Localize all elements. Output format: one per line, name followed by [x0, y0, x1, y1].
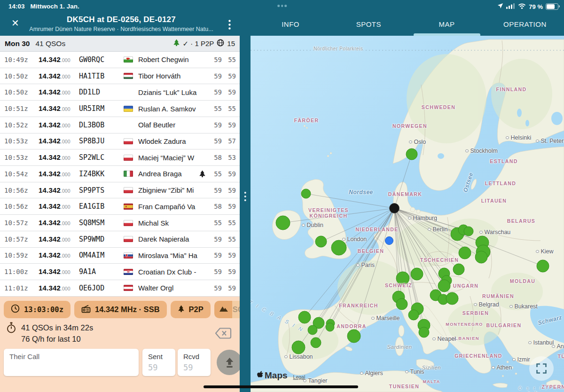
qso-map-dot[interactable] — [315, 236, 327, 247]
qso-frequency: 14.342.000 — [39, 72, 79, 80]
qso-map-dot[interactable] — [438, 280, 450, 292]
qso-map-dot[interactable] — [292, 341, 305, 354]
chip-freq-mode[interactable]: 14.342 MHz · SSB — [74, 301, 167, 318]
qso-row[interactable]: 10:59z14.342.000OM4AIMMiroslava “Mia” Ha… — [0, 248, 240, 264]
poland-flag-icon — [124, 236, 138, 242]
qso-map-dot[interactable] — [331, 240, 346, 255]
qso-row[interactable]: 10:54z14.342.000IZ4BKKAndrea Braga5559 — [0, 166, 240, 182]
qso-operator-name: Fran Campañó Va — [138, 203, 199, 211]
their-call-input[interactable] — [9, 353, 133, 361]
qso-map-dot[interactable] — [276, 216, 290, 230]
qso-rst-sent: 59 — [208, 268, 222, 275]
rcvd-label: Rcvd — [183, 353, 205, 361]
qso-row[interactable]: 10:56z14.342.000EA1GIBFran Campañó Va585… — [0, 198, 240, 215]
qso-callsign: IZ4BKK — [79, 170, 124, 178]
qso-frequency: 14.342.000 — [39, 251, 79, 259]
qso-operator-name: Robert Chegwin — [138, 55, 199, 63]
qso-row[interactable]: 10:56z14.342.000SP9PTSZbigniew “Zibi” Mi… — [0, 182, 240, 199]
spot-map-dot[interactable] — [385, 237, 393, 245]
qso-rst-rcvd: 59 — [222, 284, 236, 292]
qso-map-dot[interactable] — [301, 189, 311, 198]
chip-sota[interactable]: SOTA — [214, 301, 240, 318]
their-call-field[interactable] — [4, 349, 139, 376]
overflow-menu-button[interactable] — [226, 19, 234, 31]
tab-operation[interactable]: OPERATION — [486, 13, 564, 36]
station-map-dot[interactable] — [390, 204, 400, 213]
battery-icon — [546, 3, 558, 10]
qso-rst-rcvd: 59 — [222, 88, 236, 96]
poland-flag-icon — [124, 155, 138, 161]
tab-info[interactable]: INFO — [251, 13, 329, 36]
qso-row[interactable]: 10:50z14.342.000HA1TIBTibor Horváth5959 — [0, 68, 240, 85]
map-attribution: Maps Legal — [256, 370, 305, 381]
qso-time: 10:57z — [4, 219, 39, 227]
qso-callsign: GW0RQC — [79, 55, 124, 64]
legal-link[interactable]: Legal — [293, 374, 306, 380]
qso-row[interactable]: 10:51z14.342.000UR5IRMRuslan A. Samkov55… — [0, 101, 240, 117]
qso-row[interactable]: 11:00z14.342.0009A1ACroatian Dx Club -59… — [0, 264, 240, 280]
qso-map-dot[interactable] — [298, 311, 311, 323]
backspace-button[interactable] — [212, 327, 235, 341]
qso-map-dot[interactable] — [464, 227, 473, 236]
qso-map-dot[interactable] — [446, 292, 458, 305]
qso-time: 10:53z — [4, 137, 39, 145]
qso-map-dot[interactable] — [475, 251, 487, 263]
qso-row[interactable]: 10:50z14.342.000DD1LDDzianis “Luk” Luka5… — [0, 84, 240, 101]
chip-p2p[interactable]: P2P — [171, 301, 211, 318]
qso-frequency: 14.342.000 — [39, 137, 79, 145]
qso-operator-name: Tibor Horváth — [138, 72, 199, 80]
qso-rst-rcvd: 59 — [222, 203, 236, 210]
qso-row[interactable]: 10:49z14.342.000GW0RQCRobert Chegwin5955 — [0, 52, 240, 68]
qso-row[interactable]: 10:53z14.342.000SP8BJUWlodek Zadura5957 — [0, 133, 240, 150]
qso-map-dot[interactable] — [308, 325, 317, 335]
qso-time: 10:59z — [4, 251, 39, 259]
qso-map-dot[interactable] — [326, 323, 334, 331]
qso-map-dot[interactable] — [453, 264, 464, 275]
wales-flag-icon — [124, 56, 138, 63]
qso-map-dot[interactable] — [459, 247, 471, 259]
qso-row[interactable]: 10:57z14.342.000SP9WMDDarek Napierala595… — [0, 231, 240, 248]
qso-rst-sent: 58 — [208, 203, 222, 210]
panel-resize-handle[interactable] — [240, 36, 251, 392]
fullscreen-button[interactable] — [529, 356, 554, 381]
qso-rst-rcvd: 59 — [222, 72, 236, 80]
qso-rst-sent: 59 — [208, 88, 222, 96]
qso-map-dot[interactable] — [311, 337, 321, 348]
qso-row[interactable]: 10:57z14.342.000SQ8MSMMichal Sk5555 — [0, 215, 240, 231]
qso-rst-sent: 59 — [208, 72, 222, 80]
croatia-flag-icon — [124, 269, 138, 275]
qso-map-dot[interactable] — [411, 268, 423, 280]
qso-map-dot[interactable] — [408, 310, 419, 320]
qso-rst-rcvd: 55 — [222, 235, 236, 243]
qso-callsign: SP2WLC — [79, 153, 124, 162]
map-view[interactable]: Nördlicher PolarkreisFÄRÖERFINNLANDSCHWE… — [251, 36, 564, 392]
qso-map-dot[interactable] — [406, 149, 417, 160]
home-indicator[interactable] — [204, 385, 358, 388]
qso-frequency: 14.342.000 — [39, 104, 79, 113]
qso-row[interactable]: 10:52z14.342.000DL3BOBOlaf Beutler5959 — [0, 117, 240, 133]
qso-frequency: 14.342.000 — [39, 186, 79, 195]
log-day-header: Mon 30 41 QSOs ✓ · 1 P2P 15 — [0, 36, 240, 52]
tab-spots[interactable]: SPOTS — [329, 13, 407, 36]
log-qso-button[interactable] — [217, 350, 240, 375]
rst-sent-field[interactable]: Sent 59 — [142, 349, 175, 376]
clock-icon — [11, 304, 20, 315]
qso-map-dot[interactable] — [396, 272, 409, 285]
tab-map[interactable]: MAP — [408, 13, 486, 36]
qso-row[interactable]: 10:53z14.342.000SP2WLCMaciej “Maciej” W5… — [0, 149, 240, 166]
rcvd-value: 59 — [183, 363, 205, 372]
spain-flag-icon — [124, 204, 138, 210]
chip-time[interactable]: 13:03:00z — [4, 301, 70, 318]
qso-frequency: 14.342.000 — [39, 153, 79, 162]
qso-operator-name: Miroslava “Mia” Ha — [138, 251, 199, 259]
radio-icon — [81, 305, 91, 315]
qso-row[interactable]: 11:01z14.342.000OE6JODWalter Orgl5959 — [0, 280, 240, 297]
qso-map-dot[interactable] — [419, 327, 429, 337]
qso-map-dot[interactable] — [537, 260, 549, 272]
qso-map-dot[interactable] — [396, 298, 407, 310]
qso-map-dot[interactable] — [347, 329, 360, 343]
globe-icon — [217, 39, 224, 48]
qso-operator-name: Wlodek Zadura — [138, 137, 199, 145]
rst-rcvd-field[interactable]: Rcvd 59 — [178, 349, 211, 376]
rate-line-2: 76 Q/h for last 10 — [21, 333, 93, 345]
